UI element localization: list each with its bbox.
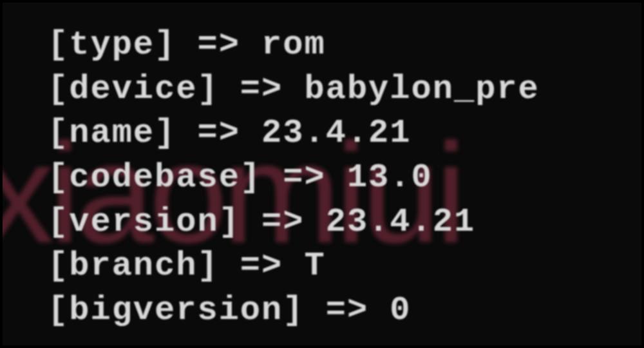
value-branch: T (304, 247, 325, 285)
value-type: rom (261, 26, 326, 64)
key-bigversion: bigversion (69, 291, 283, 329)
output-line-name: [name] => 23.4.21 (48, 111, 540, 156)
value-device: babylon_pre (304, 70, 539, 108)
key-codebase: codebase (69, 159, 240, 197)
output-line-device: [device] => babylon_pre (48, 68, 540, 112)
value-bigversion: 0 (390, 291, 411, 329)
key-branch: branch (69, 247, 197, 285)
output-line-type: [type] => rom (48, 23, 540, 68)
output-line-codebase: [codebase] => 13.0 (48, 156, 540, 200)
value-codebase: 13.0 (347, 159, 433, 197)
value-name: 23.4.21 (261, 114, 411, 152)
output-line-bigversion: [bigversion] => 0 (48, 289, 540, 333)
output-line-branch: [branch] => T (48, 244, 540, 289)
value-version: 23.4.21 (326, 203, 475, 241)
output-line-version: [version] => 23.4.21 (48, 200, 540, 245)
key-device: device (69, 70, 197, 108)
key-type: type (69, 26, 155, 64)
key-name: name (69, 114, 155, 152)
key-version: version (69, 203, 218, 241)
terminal-output: [type] => rom [device] => babylon_pre [n… (48, 23, 540, 333)
